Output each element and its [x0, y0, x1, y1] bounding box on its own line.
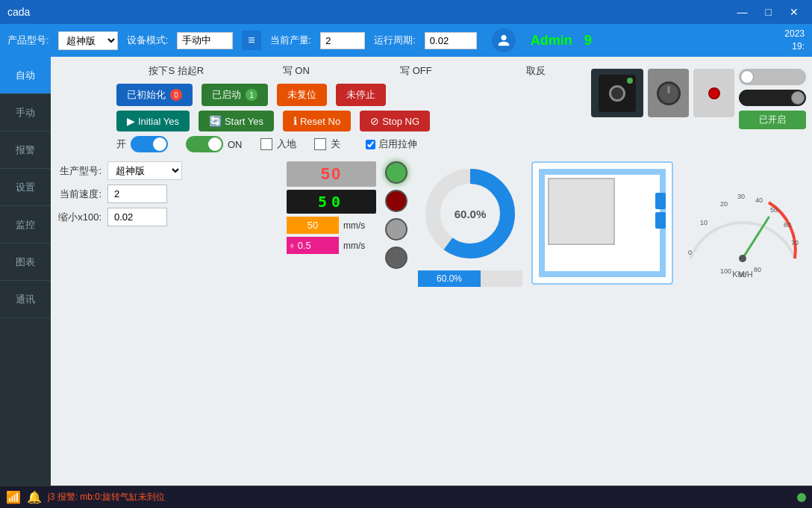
titlebar: cada — □ ✕: [0, 0, 812, 24]
current-qty-input[interactable]: [320, 32, 365, 49]
camera-lens-1: [609, 85, 625, 102]
minimize-button[interactable]: —: [731, 4, 754, 19]
sidebar-item-settings[interactable]: 设置: [0, 169, 51, 206]
toggle-on-track[interactable]: [186, 136, 223, 152]
red-dot-panel: [693, 69, 734, 117]
toggle-open-label: 开: [116, 137, 126, 151]
sidebar-item-comm[interactable]: 通讯: [0, 281, 51, 318]
initial-yes-label: Initial Yes: [138, 116, 179, 127]
run-cycle-label: 运行周期:: [374, 34, 416, 47]
sidebar-item-auto[interactable]: 自动: [0, 57, 51, 94]
toggle-open-track[interactable]: [131, 136, 168, 152]
close-button[interactable]: ✕: [784, 4, 805, 19]
side-bar-2: [655, 212, 666, 229]
switch-horizontal-1[interactable]: [739, 69, 806, 85]
col-header-2: 写 ON: [237, 63, 357, 79]
switch-horizontal-2[interactable]: [739, 90, 806, 106]
camera-indicator-1: [627, 78, 633, 84]
not-reset-button[interactable]: 未复位: [277, 84, 327, 106]
knob-indicator: [667, 86, 669, 93]
wifi-icon: 📶: [6, 490, 21, 504]
header-bar: 产品型号: 超神版 设备模式: ≡ 当前产量: 运行周期: Admin 9 20…: [0, 24, 812, 57]
machine-inner-box: [548, 178, 615, 245]
progress-bar-fill: 60.0%: [418, 270, 481, 287]
scale-input[interactable]: [107, 208, 167, 226]
stop-ng-button[interactable]: ⊘ Stop NG: [360, 111, 430, 131]
light-red: [385, 190, 407, 212]
donut-label: 60.0%: [455, 208, 487, 220]
action-buttons-row: ▶ Initial Yes 🔄 Start Yes ℹ Reset No ⊘ S…: [116, 111, 585, 131]
speed-input[interactable]: [107, 185, 167, 203]
toggle-on-thumb: [208, 137, 222, 151]
toggle-ground[interactable]: 入地: [260, 137, 296, 151]
app-title: cada: [7, 6, 30, 18]
chart-panel: 60.0% 60.0%: [418, 161, 522, 287]
traffic-lights: [385, 161, 407, 287]
run-cycle-input[interactable]: [425, 32, 477, 49]
initialized-badge: 0: [170, 89, 182, 101]
user-icon[interactable]: [492, 28, 516, 52]
start-yes-label: Start Yes: [225, 116, 263, 127]
sidebar-label-monitor: 监控: [16, 218, 35, 232]
status-message: j3 报警: mb:0:旋转气缸未到位: [48, 491, 165, 504]
svg-text:0: 0: [688, 249, 692, 256]
scale-label: 缩小x100:: [57, 211, 102, 224]
svg-text:40: 40: [755, 196, 763, 204]
knob[interactable]: [657, 81, 681, 105]
product-type-select[interactable]: 超神版: [58, 31, 118, 50]
green-small-button[interactable]: 已开启: [739, 111, 806, 129]
speedometer: 0 10 20 30 40 50 60 70 80 90 100 KM/H: [679, 161, 806, 285]
not-stopped-button[interactable]: 未停止: [336, 84, 386, 106]
status-dot-green: [797, 493, 806, 502]
toggle-on-label: ON: [228, 139, 243, 150]
red-indicator: [708, 87, 720, 99]
progress-bar-wrap: 60.0%: [418, 270, 522, 287]
main-layout: 自动 手动 报警 设置 监控 图表 通讯 按下S 抬起R 写 ON 写 OFF …: [0, 57, 812, 486]
svg-point-3: [739, 255, 746, 262]
svg-text:50: 50: [770, 206, 778, 214]
svg-text:100: 100: [720, 267, 731, 275]
device-mode-input[interactable]: [177, 32, 233, 49]
sidebar-item-monitor[interactable]: 监控: [0, 206, 51, 244]
mm-label-1: mm/s: [343, 220, 365, 231]
off-checkbox[interactable]: [314, 138, 326, 150]
sidebar-item-manual[interactable]: 手动: [0, 94, 51, 131]
start-yes-button[interactable]: 🔄 Start Yes: [199, 111, 274, 131]
reset-no-button[interactable]: ℹ Reset No: [283, 111, 351, 131]
scale-row: 缩小x100:: [57, 208, 281, 226]
started-label: 已启动: [212, 88, 241, 102]
toggle-off[interactable]: 关: [314, 137, 340, 151]
ground-label: 入地: [277, 137, 296, 151]
product-type-label: 产品型号:: [7, 34, 49, 47]
sidebar-label-comm: 通讯: [16, 293, 35, 306]
initial-yes-button[interactable]: ▶ Initial Yes: [116, 111, 190, 131]
menu-icon-button[interactable]: ≡: [242, 31, 260, 50]
product-type-row: 生产型号: 超神版: [57, 161, 281, 180]
sidebar-item-chart[interactable]: 图表: [0, 244, 51, 281]
sidebar-label-auto: 自动: [16, 69, 35, 82]
not-reset-label: 未复位: [287, 88, 316, 102]
toggle-on[interactable]: ON: [186, 136, 243, 152]
initialized-button[interactable]: 已初始化 0: [116, 84, 193, 106]
stretch-checkbox-wrap[interactable]: 启用拉伸: [366, 137, 417, 151]
speed-label: 当前速度:: [57, 188, 102, 201]
maximize-button[interactable]: □: [760, 4, 778, 19]
speed-row: 当前速度:: [57, 185, 281, 203]
lower-section: 生产型号: 超神版 当前速度: 缩小x100: 50 50: [57, 161, 806, 287]
col-header-1: 按下S 抬起R: [116, 63, 237, 79]
off-label: 关: [331, 137, 340, 151]
ground-checkbox[interactable]: [260, 138, 272, 150]
sidebar-label-settings: 设置: [16, 181, 35, 194]
svg-text:30: 30: [737, 193, 745, 200]
toggle-row: 开 ON 入地: [116, 136, 585, 152]
side-bars: [655, 193, 666, 229]
stretch-checkbox[interactable]: [366, 140, 375, 149]
svg-text:60: 60: [784, 221, 791, 229]
led-display-bottom: 50: [287, 190, 376, 214]
sidebar-item-alarm[interactable]: 报警: [0, 131, 51, 169]
light-yellow: [385, 218, 407, 241]
knob-box[interactable]: [648, 69, 689, 117]
product-type-form-select[interactable]: 超神版: [107, 161, 182, 180]
started-button[interactable]: 已启动 1: [202, 84, 268, 106]
toggle-open[interactable]: 开: [116, 136, 168, 152]
